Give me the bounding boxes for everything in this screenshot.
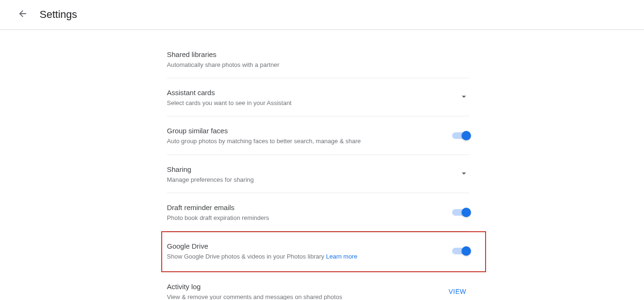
view-button[interactable]: VIEW	[446, 284, 469, 299]
row-assistant-cards[interactable]: Assistant cards Select cards you want to…	[167, 78, 469, 116]
row-text: Assistant cards Select cards you want to…	[167, 88, 449, 107]
row-title: Google Drive	[167, 241, 443, 251]
row-title: Assistant cards	[167, 88, 449, 97]
row-text: Activity log View & remove your comments…	[167, 282, 437, 300]
row-title: Sharing	[167, 164, 449, 174]
row-text: Sharing Manage preferences for sharing	[167, 164, 449, 184]
toggle-group-faces[interactable]	[452, 132, 469, 139]
learn-more-link[interactable]: Learn more	[326, 253, 357, 260]
row-desc-text: Show Google Drive photos & videos in you…	[167, 253, 326, 260]
row-title: Activity log	[167, 282, 437, 292]
back-button[interactable]	[13, 5, 32, 24]
row-draft-reminder-emails: Draft reminder emails Photo book draft e…	[167, 193, 469, 231]
row-desc: Auto group photos by matching faces to b…	[167, 137, 443, 146]
page-title: Settings	[40, 8, 77, 21]
content-scroll[interactable]: Shared libraries Automatically share pho…	[0, 30, 644, 300]
row-text: Shared libraries Automatically share pho…	[167, 49, 469, 69]
control: VIEW	[446, 284, 469, 299]
toggle-google-drive[interactable]	[452, 248, 469, 254]
row-desc: Select cards you want to see in your Ass…	[167, 99, 449, 107]
row-desc: Manage preferences for sharing	[167, 176, 449, 184]
switch-on-icon	[452, 132, 469, 139]
header: Settings	[0, 0, 644, 30]
row-desc: Photo book draft expiration reminders	[167, 214, 443, 222]
toggle-draft-emails[interactable]	[452, 209, 469, 216]
row-desc: Automatically share photos with a partne…	[167, 61, 469, 69]
row-text: Group similar faces Auto group photos by…	[167, 126, 443, 146]
row-title: Shared libraries	[167, 49, 469, 59]
chevron-down-icon	[459, 91, 469, 104]
row-sharing[interactable]: Sharing Manage preferences for sharing	[167, 155, 469, 193]
switch-on-icon	[452, 248, 469, 254]
row-text: Draft reminder emails Photo book draft e…	[167, 203, 443, 222]
row-activity-log: Activity log View & remove your comments…	[167, 272, 469, 300]
row-desc: Show Google Drive photos & videos in you…	[167, 252, 443, 261]
row-title: Draft reminder emails	[167, 203, 443, 212]
arrow-left-icon	[17, 8, 28, 21]
row-shared-libraries[interactable]: Shared libraries Automatically share pho…	[167, 40, 469, 78]
spacer	[0, 30, 644, 34]
chevron-down-icon	[459, 168, 469, 180]
row-group-similar-faces: Group similar faces Auto group photos by…	[167, 116, 469, 154]
row-google-drive: Google Drive Show Google Drive photos & …	[161, 231, 486, 272]
row-desc: View & remove your comments and messages…	[167, 293, 437, 300]
row-text: Google Drive Show Google Drive photos & …	[167, 241, 443, 261]
settings-list: Shared libraries Automatically share pho…	[167, 34, 469, 300]
expand-button[interactable]	[459, 168, 469, 180]
expand-button[interactable]	[459, 91, 469, 104]
switch-on-icon	[452, 209, 469, 216]
row-title: Group similar faces	[167, 126, 443, 136]
